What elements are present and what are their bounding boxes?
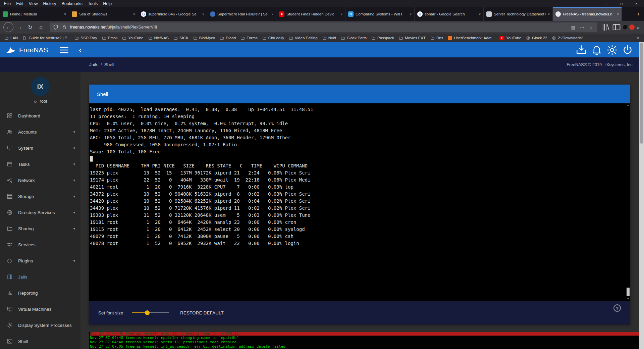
sidebar-item-network[interactable]: Network▾	[0, 172, 80, 188]
menu-file[interactable]: File	[1, 0, 13, 7]
page-scrollbar[interactable]	[639, 42, 644, 349]
power-icon[interactable]	[622, 44, 634, 56]
menu-help[interactable]: Help	[100, 0, 114, 7]
bookmark-item[interactable]: YouTube	[120, 36, 146, 40]
sidebar-item-display-system-processes[interactable]: Display System Processes	[0, 317, 80, 333]
red-extension-icon[interactable]	[629, 24, 635, 30]
alerts-bell-icon[interactable]	[591, 44, 603, 56]
bookmark-item[interactable]: Nic/NAS	[146, 36, 171, 40]
sidebar-item-virtual-machines[interactable]: Virtual Machines	[0, 301, 80, 317]
close-button[interactable]: ×	[629, 0, 644, 7]
help-icon[interactable]: ?	[613, 304, 621, 312]
collapse-sidebar-icon[interactable]: ‹	[74, 44, 86, 56]
sidebar-item-services[interactable]: Services	[0, 237, 80, 253]
restore-default-button[interactable]: RESTORE DEFAULT	[180, 310, 224, 315]
sidebar-item-shell[interactable]: Shell	[0, 333, 80, 349]
sidebar-item-reporting[interactable]: Reporting	[0, 285, 80, 301]
new-tab-button[interactable]: +	[633, 7, 644, 21]
tab-close-icon[interactable]: ×	[479, 12, 481, 16]
page-scrollbar-thumb[interactable]	[640, 43, 643, 144]
tab-close-icon[interactable]: ×	[340, 12, 342, 16]
bookmark-item[interactable]: Nvid	[320, 36, 338, 40]
bookmark-item[interactable]: Guide for Medusa? | P...	[20, 36, 72, 40]
browser-tab[interactable]: Gsupermicro 846 - Google Se×	[138, 7, 207, 21]
page-actions-icon[interactable]: ⋯	[579, 25, 585, 30]
browser-tab[interactable]: Sea of Shadows×	[69, 7, 138, 21]
bookmark-item[interactable]: UserBenchmark: Adat...	[445, 36, 497, 40]
reload-button[interactable]: ↻	[25, 22, 35, 32]
bookmark-item[interactable]: YouTube	[497, 36, 524, 40]
bookmark-item[interactable]: Dload	[217, 36, 238, 40]
bookmark-item[interactable]: SICK	[171, 36, 191, 40]
sidebar-item-sharing[interactable]: Sharing▾	[0, 220, 80, 237]
browser-tab[interactable]: FreeNAS - freenas.nowaks.n×	[553, 7, 622, 21]
task-manager-icon[interactable]	[575, 44, 587, 56]
tab-close-icon[interactable]: ×	[548, 12, 550, 16]
back-button[interactable]: ←	[3, 22, 13, 32]
terminal[interactable]: last pid: 40225; load averages: 0.41, 0.…	[89, 103, 630, 301]
bookmark-item[interactable]: Z:/Downloads/	[549, 36, 585, 40]
menu-tools[interactable]: Tools	[85, 0, 100, 7]
bookmark-item[interactable]: Video Editing	[286, 36, 320, 40]
sidebar-panel-icon[interactable]	[612, 22, 621, 32]
terminal-scrollbar[interactable]: ▲ ▼	[626, 103, 630, 301]
bookmark-item[interactable]: Glock 22	[524, 36, 549, 40]
menu-view[interactable]: View	[26, 0, 41, 7]
sidebar-item-dashboard[interactable]: Dashboard	[0, 108, 80, 124]
bookmark-item[interactable]: Glock Parts	[338, 36, 369, 40]
lock-icon[interactable]	[61, 24, 67, 30]
tab-close-icon[interactable]: ×	[64, 12, 66, 16]
bookmark-item[interactable]: Movies EXT	[396, 36, 428, 40]
sidebar-item-plugins[interactable]: Plugins▾	[0, 253, 80, 269]
sidebar-item-jails[interactable]: Jails	[0, 269, 80, 285]
darkreader-extension-icon[interactable]	[623, 24, 628, 30]
browser-tab[interactable]: Gsonarr - Google Search×	[415, 7, 484, 21]
scroll-up-icon[interactable]: ▲	[627, 103, 630, 107]
tab-close-icon[interactable]: ×	[271, 12, 273, 16]
breadcrumb-section[interactable]: Jails	[89, 62, 98, 67]
sidebar-item-system[interactable]: System▾	[0, 140, 80, 156]
tab-close-icon[interactable]: ×	[617, 12, 619, 16]
tab-close-icon[interactable]: ×	[202, 12, 204, 16]
menu-edit[interactable]: Edit	[13, 0, 26, 7]
font-size-slider[interactable]	[132, 310, 169, 315]
browser-tab[interactable]: Home | Medusa×	[0, 7, 69, 21]
bookmark-item[interactable]: Email	[100, 36, 120, 40]
scroll-down-icon[interactable]: ▼	[627, 297, 630, 301]
scroll-thumb[interactable]	[627, 288, 630, 296]
bookmark-item[interactable]: Dns	[428, 36, 445, 40]
console-footer[interactable]: Nov 27 07:04:40 freenas kernel: epair1a:…	[89, 332, 639, 349]
menu-history[interactable]: History	[41, 0, 59, 7]
slider-thumb[interactable]	[145, 310, 150, 315]
address-bar[interactable]: freenas.nowaks.net/ui/jails/shell/PlexSe…	[50, 22, 597, 32]
bookmark-item[interactable]: Forms	[238, 36, 260, 40]
sidebar-item-directory-services[interactable]: Directory Services▾	[0, 204, 80, 220]
home-button[interactable]: ⌂	[36, 22, 46, 32]
browser-tab[interactable]: Supermicro Rail Failure? | Se×	[207, 7, 276, 21]
maximize-button[interactable]: □	[614, 0, 629, 7]
browser-tab[interactable]: iXComparing Systems - Will I×	[345, 7, 415, 21]
bookmark-item[interactable]: Passpack	[369, 36, 396, 40]
bookmark-star-icon[interactable]: ☆	[588, 25, 594, 30]
browser-tab[interactable]: Student Finds Hidden Devic×	[276, 7, 345, 21]
bookmark-item[interactable]: Chk daily	[260, 36, 286, 40]
bookmark-item[interactable]: SSD Tray	[72, 36, 99, 40]
tab-close-icon[interactable]: ×	[410, 12, 412, 16]
browser-tab[interactable]: Server Technology Datasheet CS×	[484, 7, 553, 21]
hamburger-menu-icon[interactable]	[58, 44, 70, 56]
tracking-shield-icon[interactable]	[53, 24, 59, 30]
menu-bookmarks[interactable]: Bookmarks	[59, 0, 85, 7]
minimize-button[interactable]: –	[599, 0, 614, 7]
settings-gear-icon[interactable]	[606, 44, 618, 56]
tab-close-icon[interactable]: ×	[133, 12, 135, 16]
bookmarks-overflow-icon[interactable]: »	[634, 35, 642, 41]
bookmark-item[interactable]: Bio/Myco	[191, 36, 217, 40]
sidebar-item-storage[interactable]: Storage▾	[0, 188, 80, 204]
reader-mode-icon[interactable]: ▤	[570, 25, 576, 30]
sidebar-item-accounts[interactable]: Accounts▾	[0, 124, 80, 140]
toolbar-overflow-icon[interactable]: »	[636, 24, 641, 30]
sidebar-item-tasks[interactable]: Tasks▾	[0, 156, 80, 172]
forward-button[interactable]: →	[15, 22, 24, 32]
library-icon[interactable]	[601, 22, 610, 32]
bookmark-item[interactable]: LAN	[2, 36, 20, 40]
